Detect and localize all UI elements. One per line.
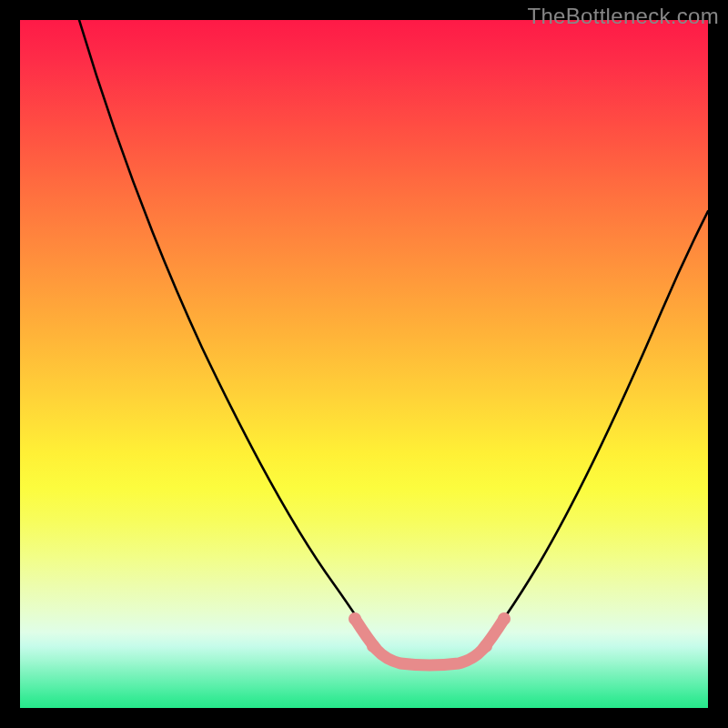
accent-marker — [480, 640, 492, 652]
accent-marker — [498, 612, 511, 625]
accent-marker — [349, 612, 361, 625]
plot-area — [20, 20, 708, 708]
watermark-text: TheBottleneck.com — [527, 4, 719, 29]
chart-frame: TheBottleneck.com — [0, 0, 728, 728]
accent-marker — [367, 640, 379, 652]
curve-right-branch — [475, 211, 708, 657]
curves-svg — [20, 20, 708, 708]
curve-left-branch — [79, 20, 384, 657]
